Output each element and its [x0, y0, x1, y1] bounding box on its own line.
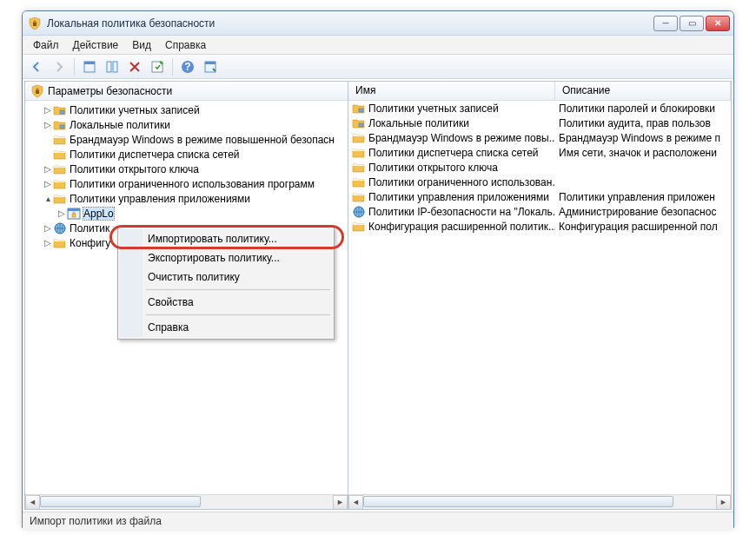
list-name: Брандмауэр Windows в режиме повы... [368, 132, 555, 144]
list-header[interactable]: Имя Описание [348, 82, 731, 101]
list-name: Политики учетных записей [368, 102, 499, 115]
list-view[interactable]: Политики учетных записейПолитики паролей… [348, 101, 731, 494]
tree-node[interactable]: ▴Политики управления приложениями [25, 191, 348, 206]
toolbar-props[interactable] [147, 57, 168, 76]
tree-label[interactable]: AppLo [83, 208, 114, 220]
applocker-icon [67, 207, 81, 221]
scroll-right-icon[interactable]: ► [716, 495, 731, 510]
close-button[interactable]: ✕ [706, 16, 730, 31]
list-name: Политики ограниченного использован... [368, 176, 555, 188]
list-row[interactable]: Брандмауэр Windows в режиме повы...Бранд… [348, 130, 731, 145]
expand-icon[interactable]: ▷ [43, 120, 53, 129]
toolbar-delete[interactable] [124, 57, 145, 76]
expand-icon[interactable]: ▷ [56, 208, 67, 218]
menu-separator [146, 314, 330, 315]
list-desc: Администрирование безопаснос [555, 206, 731, 218]
tree-label[interactable]: Политики открытого ключа [70, 163, 199, 175]
col-desc[interactable]: Описание [555, 82, 731, 100]
toolbar-help[interactable] [177, 57, 198, 76]
list-name: Политики диспетчера списка сетей [368, 147, 539, 159]
col-name[interactable]: Имя [348, 82, 555, 100]
toolbar-forward[interactable] [49, 57, 70, 76]
tree-label[interactable]: Политики учетных записей [70, 104, 200, 116]
globe-icon [352, 205, 366, 219]
menu-item[interactable]: Справка [120, 318, 332, 337]
list-pane: Имя Описание Политики учетных записейПол… [348, 82, 731, 509]
scroll-left-icon[interactable]: ◄ [348, 495, 363, 510]
statusbar: Импорт политики из файла [23, 512, 733, 531]
menu-item[interactable]: Экспортировать политику... [120, 248, 332, 268]
expand-icon[interactable]: ▴ [43, 194, 53, 203]
list-row[interactable]: Политики открытого ключа [348, 160, 731, 175]
list-row[interactable]: Политики диспетчера списка сетейИмя сети… [348, 145, 731, 160]
list-row[interactable]: Политики ограниченного использован... [348, 175, 731, 189]
expand-icon[interactable]: ▷ [43, 223, 53, 233]
tree-node[interactable]: Брандмауэр Windows в режиме повышенной б… [25, 132, 348, 147]
scroll-right-icon[interactable]: ► [333, 495, 348, 510]
tree-label[interactable]: Политики ограниченного использования про… [70, 178, 315, 190]
titlebar[interactable]: Локальная политика безопасности ─ ▭ ✕ [23, 11, 733, 36]
folder-icon [352, 161, 366, 175]
tree-label[interactable]: Политик [70, 222, 109, 234]
folder-group-icon [53, 118, 67, 132]
context-menu[interactable]: Импортировать политику...Экспортировать … [117, 227, 335, 340]
tree-label[interactable]: Локальные политики [70, 119, 170, 131]
list-row[interactable]: Политики управления приложениямиПолитики… [348, 189, 731, 204]
list-desc: Брандмауэр Windows в режиме п [555, 132, 731, 144]
toolbar-up[interactable] [79, 57, 100, 76]
list-desc: Политики управления приложен [555, 191, 731, 203]
toolbar [23, 55, 733, 79]
maximize-button[interactable]: ▭ [680, 16, 704, 31]
tree-label[interactable]: Политики диспетчера списка сетей [70, 149, 240, 161]
tree-label[interactable]: Конфигу [70, 237, 110, 249]
list-row[interactable]: Конфигурация расширенной политик...Конфи… [348, 219, 731, 234]
menu-help[interactable]: Справка [158, 37, 213, 53]
menu-item[interactable]: Свойства [120, 293, 332, 312]
toolbar-pane[interactable] [102, 57, 123, 76]
menu-file[interactable]: Файл [26, 37, 66, 53]
toolbar-sep [172, 58, 173, 76]
tree-label[interactable]: Брандмауэр Windows в режиме повышенной б… [70, 134, 335, 146]
menu-item[interactable]: Импортировать политику... [120, 229, 332, 248]
toolbar-help2[interactable] [200, 57, 221, 76]
list-desc: Имя сети, значок и расположени [555, 147, 731, 159]
list-row[interactable]: Политики учетных записейПолитики паролей… [348, 101, 731, 116]
expand-icon[interactable]: ▷ [43, 238, 53, 248]
tree-header-label: Параметры безопасности [48, 85, 172, 97]
tree-node[interactable]: ▷Локальные политики [25, 117, 348, 132]
expand-icon[interactable]: ▷ [43, 105, 53, 115]
tree-label[interactable]: Политики управления приложениями [70, 193, 250, 205]
minimize-button[interactable]: ─ [653, 16, 678, 31]
scroll-left-icon[interactable]: ◄ [25, 495, 40, 510]
toolbar-back[interactable] [26, 57, 47, 76]
tree-node[interactable]: ▷Политики учетных записей [25, 102, 348, 117]
list-name: Политики IP-безопасности на "Локаль... [368, 206, 555, 218]
list-row[interactable]: Политики IP-безопасности на "Локаль...Ад… [348, 204, 731, 219]
list-desc: Конфигурация расширенной пол [555, 221, 731, 233]
tree-header[interactable]: Параметры безопасности [25, 82, 348, 101]
tree-node[interactable]: ▷AppLo [25, 206, 348, 221]
menu-action[interactable]: Действие [66, 37, 126, 53]
expand-icon[interactable]: ▷ [43, 179, 53, 188]
folder-group-icon [53, 103, 67, 117]
tree-node[interactable]: Политики диспетчера списка сетей [25, 147, 348, 162]
list-name: Локальные политики [368, 117, 469, 129]
list-row[interactable]: Локальные политикиПолитики аудита, прав … [348, 116, 731, 130]
globe-icon [53, 221, 67, 235]
folder-icon [53, 192, 67, 206]
menu-item[interactable]: Очистить политику [120, 268, 332, 287]
folder-icon [352, 175, 366, 189]
folder-icon [352, 146, 366, 160]
folder-icon [53, 177, 67, 191]
list-name: Конфигурация расширенной политик... [368, 221, 555, 233]
list-name: Политики управления приложениями [368, 191, 549, 203]
tree-node[interactable]: ▷Политики открытого ключа [25, 162, 348, 176]
tree-node[interactable]: ▷Политики ограниченного использования пр… [25, 176, 348, 191]
folder-icon [352, 131, 366, 145]
tree-hscroll[interactable]: ◄ ► [25, 494, 348, 509]
menu-separator [146, 289, 330, 290]
folder-icon [53, 236, 67, 250]
list-hscroll[interactable]: ◄ ► [348, 494, 731, 509]
expand-icon[interactable]: ▷ [43, 164, 53, 174]
menu-view[interactable]: Вид [125, 37, 158, 53]
